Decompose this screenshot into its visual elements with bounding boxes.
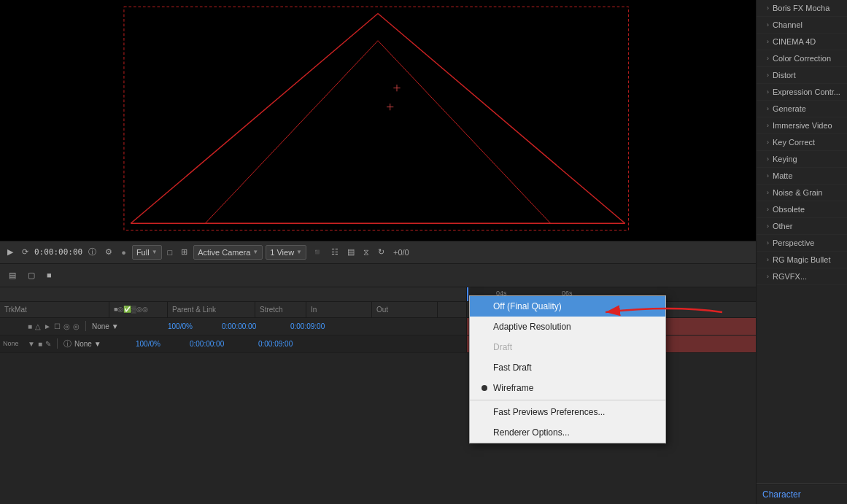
- radio-dot-wireframe: [481, 385, 487, 391]
- render-icon[interactable]: ◾: [309, 246, 325, 258]
- row2-icon2[interactable]: ■: [38, 340, 42, 348]
- row1-icon6[interactable]: ◎: [73, 322, 80, 330]
- chevron-boris-fx: ›: [767, 4, 769, 12]
- dropdown-item-wireframe[interactable]: Wireframe: [470, 378, 665, 398]
- right-panel-item-distort[interactable]: › Distort: [757, 67, 847, 84]
- dropdown-item-off-final[interactable]: Off (Final Quality): [470, 296, 665, 317]
- right-panel-item-color-correction[interactable]: › Color Correction: [757, 50, 847, 67]
- dropdown-item-fast-draft[interactable]: Fast Draft: [470, 357, 665, 378]
- chevron-other: ›: [767, 222, 769, 230]
- right-panel-item-obsolete[interactable]: › Obsolete: [757, 201, 847, 218]
- right-panel-item-cinema4d[interactable]: › CINEMA 4D: [757, 34, 847, 50]
- row1-icon1[interactable]: ■: [28, 322, 32, 330]
- toggle-icon[interactable]: ▶: [4, 246, 16, 258]
- right-panel-label-expression: Expression Contr...: [773, 88, 840, 96]
- toolbar-row: ▶ ⟳ 0:00:00:00 ⓘ ⚙ ● Full ▼ □ ⊞ Active C…: [0, 241, 756, 264]
- rotate-icon[interactable]: ⟳: [19, 246, 31, 258]
- right-panel-item-key-correct[interactable]: › Key Correct: [757, 134, 847, 151]
- right-panel-item-other[interactable]: › Other: [757, 218, 847, 235]
- right-panel-item-noise-grain[interactable]: › Noise & Grain: [757, 185, 847, 201]
- right-panel-item-boris-fx[interactable]: › Boris FX Mocha: [757, 0, 847, 17]
- playhead[interactable]: [467, 287, 468, 301]
- character-button[interactable]: Character: [757, 484, 847, 504]
- right-panel-label-key-correct: Key Correct: [773, 138, 815, 147]
- right-panel-label-distort: Distort: [773, 71, 796, 80]
- row2-parent: None ▼: [74, 340, 133, 348]
- row1-icon3[interactable]: ►: [44, 322, 51, 330]
- dropdown-label-adaptive: Adaptive Resolution: [493, 322, 571, 332]
- timeline-row-left-1: ■ △ ► ☐ ◎ ◎ None ▼ 100/0% 0:00:00:00 0:0…: [0, 318, 467, 335]
- row2-icon1[interactable]: ▼: [28, 340, 35, 348]
- frame-icon[interactable]: □: [165, 247, 176, 258]
- view-label: 1 View: [270, 248, 294, 257]
- snap-icon[interactable]: ⧖: [360, 246, 372, 258]
- dropdown-label-off-final: Off (Final Quality): [493, 301, 562, 311]
- timecode-display[interactable]: 0:00:00:00: [34, 247, 82, 257]
- right-panel-item-channel[interactable]: › Channel: [757, 17, 847, 34]
- dropdown-item-adaptive[interactable]: Adaptive Resolution: [470, 317, 665, 337]
- right-panel-item-rgvfx[interactable]: › RGVFX...: [757, 268, 847, 285]
- dropdown-label-fast-draft: Fast Draft: [493, 363, 532, 373]
- row2-icon3[interactable]: ✎: [45, 340, 51, 348]
- quality-dropdown[interactable]: Full ▼: [132, 245, 162, 260]
- right-panel-item-perspective[interactable]: › Perspective: [757, 235, 847, 252]
- right-panel-item-keying[interactable]: › Keying: [757, 151, 847, 168]
- timeline-tools-row: ▤ ▢ ■: [0, 264, 756, 287]
- row1-out: 0:00:09:00: [290, 322, 356, 330]
- chevron-rg-magic: ›: [767, 256, 769, 263]
- row1-icon2[interactable]: △: [35, 322, 41, 330]
- row1-in: 0:00:00:00: [222, 322, 287, 330]
- right-panel-label-color-correction: Color Correction: [773, 54, 831, 63]
- dropdown-item-renderer-options[interactable]: Renderer Options...: [470, 422, 665, 443]
- right-panel: › Boris FX Mocha › Channel › CINEMA 4D ›…: [756, 0, 847, 504]
- quality-dropdown-arrow: ▼: [152, 249, 158, 255]
- right-panel-label-noise-grain: Noise & Grain: [773, 188, 822, 197]
- camera-label: Active Camera: [198, 248, 250, 257]
- chevron-immersive: ›: [767, 122, 769, 129]
- graph-icon[interactable]: ▤: [344, 246, 357, 258]
- right-panel-item-generate[interactable]: › Generate: [757, 101, 847, 117]
- col-header-in: In: [306, 302, 372, 317]
- chevron-distort: ›: [767, 71, 769, 79]
- fast-previews-dropdown: Off (Final Quality) Adaptive Resolution …: [469, 295, 666, 443]
- refresh-icon[interactable]: ↻: [375, 246, 387, 258]
- color-icon[interactable]: ●: [118, 247, 129, 258]
- chevron-keying: ›: [767, 155, 769, 163]
- right-panel-item-expression[interactable]: › Expression Contr...: [757, 84, 847, 101]
- timeline-shape-icon[interactable]: ▢: [25, 269, 38, 282]
- row1-icon4[interactable]: ☐: [54, 322, 61, 330]
- timeline-connect-icon[interactable]: ▤: [6, 269, 19, 282]
- col-header-stretch: Stretch: [255, 302, 306, 317]
- settings-icon[interactable]: ⚙: [102, 246, 115, 258]
- dropdown-label-renderer: Renderer Options...: [493, 427, 570, 438]
- right-panel-item-rg-magic[interactable]: › RG Magic Bullet: [757, 252, 847, 268]
- viewport-canvas: [0, 0, 756, 241]
- quality-label: Full: [136, 248, 150, 257]
- chevron-expression: ›: [767, 88, 769, 96]
- right-panel-label-channel: Channel: [773, 20, 802, 29]
- main-container: ▶ ⟳ 0:00:00:00 ⓘ ⚙ ● Full ▼ □ ⊞ Active C…: [0, 0, 847, 504]
- timeline-ruler-left: [0, 287, 467, 302]
- col-header-name: TrkMat: [0, 302, 109, 317]
- row1-stretch: 100/0%: [168, 322, 219, 330]
- view-dropdown-arrow: ▼: [296, 249, 302, 255]
- chevron-cinema4d: ›: [767, 38, 769, 45]
- dropdown-item-fast-previews-pref[interactable]: Fast Previews Preferences...: [470, 402, 665, 422]
- right-panel-item-immersive[interactable]: › Immersive Video: [757, 117, 847, 134]
- grid-icon[interactable]: ☷: [328, 246, 341, 258]
- row1-icon5[interactable]: ◎: [63, 322, 70, 330]
- resize-icon[interactable]: ⊞: [178, 246, 190, 258]
- timeline-anchor-icon[interactable]: ■: [44, 269, 55, 281]
- right-panel-item-matte[interactable]: › Matte: [757, 168, 847, 185]
- camera-snapshot-icon[interactable]: ⓘ: [85, 245, 99, 259]
- chevron-generate: ›: [767, 105, 769, 112]
- right-panel-label-rgvfx: RGVFX...: [773, 272, 807, 281]
- camera-dropdown-arrow: ▼: [252, 249, 258, 255]
- right-panel-label-obsolete: Obsolete: [773, 205, 805, 214]
- row1-parent: None ▼: [92, 322, 165, 330]
- chevron-matte: ›: [767, 172, 769, 179]
- offset-display[interactable]: +0/0: [390, 247, 412, 258]
- camera-dropdown[interactable]: Active Camera ▼: [193, 245, 263, 260]
- right-panel-label-cinema4d: CINEMA 4D: [773, 37, 816, 46]
- view-dropdown[interactable]: 1 View ▼: [266, 245, 306, 260]
